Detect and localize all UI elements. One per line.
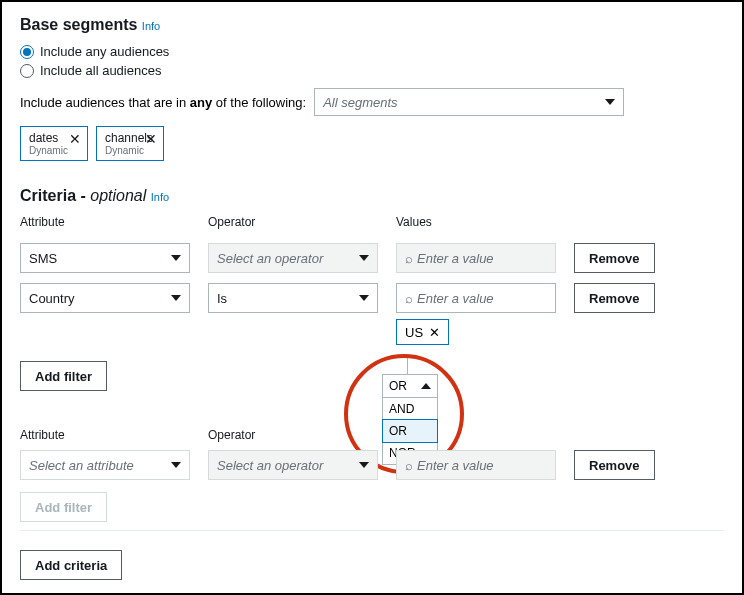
base-segments-heading: Base segments Info: [20, 16, 724, 34]
value-chip-text: US: [405, 325, 423, 340]
logic-current: OR: [389, 379, 407, 393]
radio-include-any[interactable]: Include any audiences: [20, 44, 724, 59]
include-text: Include audiences that are in any of the…: [20, 95, 306, 110]
segment-chip[interactable]: channels Dynamic ✕: [96, 126, 164, 161]
logic-select[interactable]: OR: [382, 374, 438, 398]
add-criteria-button[interactable]: Add criteria: [20, 550, 122, 580]
chevron-up-icon: [421, 383, 431, 389]
attribute-header: Attribute: [20, 215, 190, 229]
attribute-select[interactable]: SMS: [20, 243, 190, 273]
operator-value: Is: [217, 291, 227, 306]
chevron-down-icon: [605, 99, 615, 105]
info-link[interactable]: Info: [151, 191, 169, 203]
operator-header: Operator: [208, 428, 378, 442]
add-filter-button-disabled: Add filter: [20, 492, 107, 522]
value-input[interactable]: ⌕ Enter a value: [396, 450, 556, 480]
radio-include-all[interactable]: Include all audiences: [20, 63, 724, 78]
value-chip[interactable]: US ✕: [396, 319, 449, 345]
add-filter-button[interactable]: Add filter: [20, 361, 107, 391]
attribute-value: Country: [29, 291, 75, 306]
remove-button[interactable]: Remove: [574, 450, 655, 480]
close-icon[interactable]: ✕: [429, 325, 440, 340]
chevron-down-icon: [171, 255, 181, 261]
operator-placeholder: Select an operator: [217, 251, 323, 266]
value-input[interactable]: ⌕ Enter a value: [396, 283, 556, 313]
segments-select[interactable]: All segments: [314, 88, 624, 116]
radio-icon: [20, 45, 34, 59]
radio-icon: [20, 64, 34, 78]
radio-label: Include all audiences: [40, 63, 161, 78]
criteria-heading: Criteria - optional Info: [20, 187, 724, 205]
include-line: Include audiences that are in any of the…: [20, 88, 724, 116]
operator-header: Operator: [208, 215, 378, 229]
remove-button[interactable]: Remove: [574, 283, 655, 313]
criteria-headers: Attribute Operator Values: [20, 215, 724, 233]
segment-chips: dates Dynamic ✕ channels Dynamic ✕: [20, 126, 724, 161]
attribute-value: SMS: [29, 251, 57, 266]
segment-chip[interactable]: dates Dynamic ✕: [20, 126, 88, 161]
remove-button[interactable]: Remove: [574, 243, 655, 273]
search-icon: ⌕: [405, 291, 413, 306]
criteria-block-2: Attribute Operator Select an attribute S…: [20, 428, 724, 522]
operator-select[interactable]: Select an operator: [208, 450, 378, 480]
info-link[interactable]: Info: [142, 20, 160, 32]
chevron-down-icon: [359, 295, 369, 301]
value-placeholder: Enter a value: [417, 251, 547, 266]
chevron-down-icon: [359, 255, 369, 261]
operator-select[interactable]: Is: [208, 283, 378, 313]
operator-placeholder: Select an operator: [217, 458, 323, 473]
search-icon: ⌕: [405, 458, 413, 473]
filter-row: Country Is ⌕ Enter a value US ✕ Remove: [20, 283, 724, 345]
attribute-placeholder: Select an attribute: [29, 458, 134, 473]
connector-line: [407, 356, 408, 374]
value-placeholder: Enter a value: [417, 458, 547, 473]
close-icon[interactable]: ✕: [145, 131, 157, 147]
value-placeholder: Enter a value: [417, 291, 547, 306]
chevron-down-icon: [359, 462, 369, 468]
radio-label: Include any audiences: [40, 44, 169, 59]
attribute-select[interactable]: Select an attribute: [20, 450, 190, 480]
divider: [20, 530, 724, 531]
segment-builder: Base segments Info Include any audiences…: [0, 0, 744, 595]
chevron-down-icon: [171, 295, 181, 301]
value-input[interactable]: ⌕ Enter a value: [396, 243, 556, 273]
search-icon: ⌕: [405, 251, 413, 266]
operator-select[interactable]: Select an operator: [208, 243, 378, 273]
base-segments-title: Base segments: [20, 16, 137, 33]
filter-row: SMS Select an operator ⌕ Enter a value R…: [20, 243, 724, 273]
attribute-header: Attribute: [20, 428, 190, 442]
attribute-select[interactable]: Country: [20, 283, 190, 313]
close-icon[interactable]: ✕: [69, 131, 81, 147]
values-header: Values: [396, 215, 556, 229]
segments-select-placeholder: All segments: [323, 95, 397, 110]
chevron-down-icon: [171, 462, 181, 468]
logic-option-and[interactable]: AND: [383, 398, 437, 420]
